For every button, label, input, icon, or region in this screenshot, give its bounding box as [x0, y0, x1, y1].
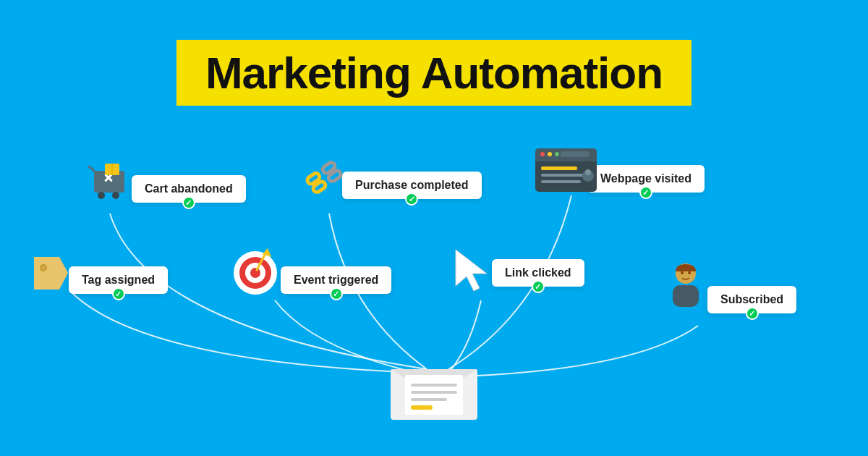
svg-point-36	[688, 271, 691, 274]
svg-rect-19	[541, 166, 577, 170]
svg-point-29	[250, 268, 260, 278]
tag-assigned-label: Tag assigned	[82, 274, 155, 286]
target-icon	[228, 242, 282, 297]
svg-point-17	[555, 152, 559, 156]
link-check: ✓	[532, 280, 545, 293]
cursor-icon	[452, 246, 492, 293]
webpage-icon	[535, 145, 590, 188]
chain-icon	[302, 156, 346, 199]
card-link-clicked: Link clicked ✓	[492, 259, 584, 287]
svg-rect-20	[541, 174, 588, 177]
card-webpage-visited: Webpage visited ✓	[587, 165, 705, 193]
card-subscribed: Subscribed ✓	[707, 286, 796, 313]
svg-point-4	[112, 192, 119, 199]
envelope-icon	[387, 347, 481, 420]
event-check: ✓	[330, 287, 343, 300]
card-cart-abandoned: Cart abandoned ✓	[132, 175, 246, 203]
svg-rect-41	[411, 398, 447, 401]
tag-icon	[30, 253, 70, 293]
person-icon	[665, 261, 705, 311]
svg-point-25	[41, 266, 46, 270]
svg-rect-34	[673, 285, 699, 307]
svg-rect-21	[541, 180, 581, 183]
webpage-check: ✓	[639, 186, 652, 199]
svg-point-15	[540, 152, 545, 156]
svg-rect-39	[411, 384, 457, 387]
svg-point-35	[681, 271, 684, 274]
card-purchase-completed: Purchase completed ✓	[342, 172, 482, 199]
title-banner: Marketing Automation	[176, 40, 692, 106]
link-clicked-label: Link clicked	[505, 266, 571, 279]
subscribed-check: ✓	[746, 307, 759, 320]
card-event-triggered: Event triggered ✓	[281, 266, 391, 294]
purchase-completed-label: Purchase completed	[355, 179, 469, 191]
svg-point-3	[98, 192, 105, 199]
subscribed-label: Subscribed	[720, 293, 783, 305]
cart-icon	[83, 158, 134, 208]
cart-check: ✓	[182, 196, 195, 209]
svg-point-16	[548, 152, 552, 156]
webpage-visited-label: Webpage visited	[600, 172, 692, 185]
svg-rect-42	[411, 405, 433, 410]
cart-abandoned-label: Cart abandoned	[145, 182, 233, 195]
purchase-check: ✓	[405, 193, 418, 206]
tag-check: ✓	[112, 287, 125, 300]
card-tag-assigned: Tag assigned ✓	[69, 266, 168, 294]
svg-rect-18	[561, 151, 590, 157]
svg-rect-40	[411, 391, 457, 394]
event-triggered-label: Event triggered	[294, 274, 378, 286]
page-title: Marketing Automation	[205, 48, 663, 98]
svg-marker-32	[456, 250, 487, 291]
svg-point-23	[585, 169, 591, 175]
svg-rect-7	[111, 165, 114, 168]
